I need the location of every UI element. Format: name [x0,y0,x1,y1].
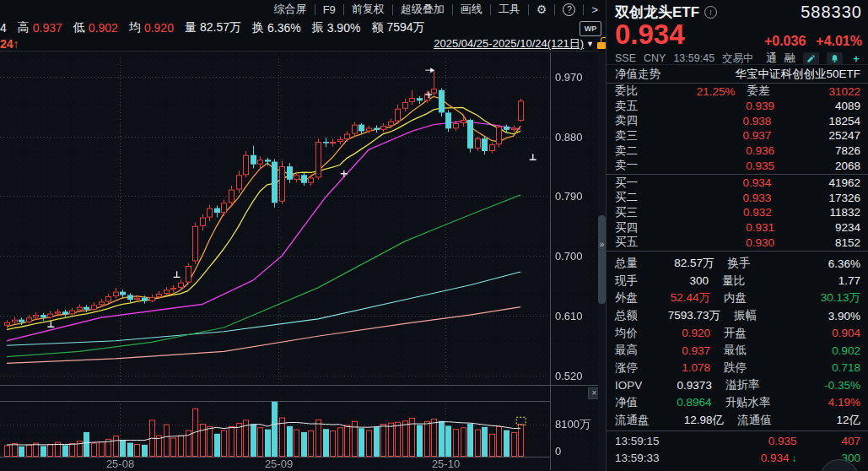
ask-row-5[interactable]: 卖五0.9394089 [615,99,860,114]
toolbar: 综合屏F9前复权超级叠加画线工具⚙?> [0,0,606,19]
tick-volume: 407 [841,435,860,447]
stat-row: 净值0.8964升贴水率4.19% [615,394,860,412]
gear-icon[interactable]: ⚙ [529,3,555,16]
book-level-label: 买一 [615,176,638,191]
price-change: +0.036 [764,34,806,49]
stat-value: 52.44万 [671,290,710,306]
info-field-value: 7594万 [386,20,424,35]
stat-value: 82.57万 [674,256,714,271]
stat-row: IOPV0.9373溢折率-0.35% [615,376,860,394]
expand-panel-icon[interactable]: » [598,240,606,249]
book-level-label: 买三 [615,205,638,220]
stat-value: 0.718 [832,361,860,374]
menu-item-6[interactable]: 工具 [491,2,528,17]
last-price: 0.934 [615,20,685,49]
menu-item-1[interactable]: 综合屏 [267,2,315,17]
stat-value: 1.078 [682,361,710,374]
splitter-thumb[interactable] [598,215,606,304]
stat-value: 1.77 [838,274,860,287]
tick-price: 0.934↓ [704,452,797,464]
ask-row-2[interactable]: 卖二0.9367826 [615,143,860,159]
toolbar-menu: 综合屏F9前复权超级叠加画线工具⚙?> [267,2,606,17]
ask-row-1[interactable]: 卖一0.9352068 [615,158,860,173]
ask-row-3[interactable]: 卖三0.93725247 [615,128,860,143]
unlock-icon[interactable] [597,42,606,49]
price-change-pct: +4.01% [816,34,862,49]
book-price: 0.934 [695,176,771,189]
bid-row-4[interactable]: 买四0.9319234 [615,220,860,236]
stat-label: IOPV [615,379,642,392]
book-divider [607,174,868,175]
info-field-4: 量82.57万 [185,20,241,35]
partial-price-text: 24↑ [0,37,19,51]
stat-label: 净值 [615,395,638,410]
tick-time: 13:59:33 [615,452,660,464]
stat-label: 振幅 [734,308,798,323]
help-icon[interactable]: ? [563,3,575,16]
stat-value: 4.19% [828,396,860,409]
info-field-value: 3.90% [327,21,361,35]
stat-label: 总量 [615,256,638,271]
risk-info-icon[interactable]: ! [704,6,717,19]
bid-row-2[interactable]: 买二0.93317326 [615,191,860,206]
nav-value-trend-row[interactable]: 净值走势 华宝中证科创创业50ETF [607,64,868,84]
menu-item-2[interactable]: F9 [315,3,343,16]
wp-monitor-icon[interactable]: WP [580,21,601,36]
chevron-right-icon[interactable]: > [584,3,606,16]
stat-label: 最低 [724,343,788,358]
info-field-1: 高0.937 [18,20,62,35]
stat-label: 量比 [722,273,786,289]
weibi-row: 委比 21.25% 委差 31022 [607,84,868,99]
stat-value: -0.35% [824,379,860,392]
range-bar: 24↑ 2025/04/25-2025/10/24(121日) ▼ [0,37,606,51]
add-to-watchlist-icon[interactable]: + [850,52,862,65]
weibi-value: 21.25% [697,85,736,98]
book-level-label: 买四 [615,220,638,236]
tick-price: 0.935 [704,435,797,447]
stat-label: 换手 [728,256,792,271]
info-field-3: 均0.920 [129,20,174,35]
menu-item-3[interactable]: 前复权 [344,2,392,17]
book-price: 0.935 [698,160,774,172]
stat-label: 内盘 [724,290,788,306]
edit-pencil-icon[interactable] [803,52,819,65]
stat-value: 0.920 [682,327,710,339]
bid-row-3[interactable]: 买三0.93211832 [615,205,860,220]
date-range-link[interactable]: 2025/04/25-2025/10/24(121日) [434,36,584,51]
bid-row-5[interactable]: 买五0.9308152 [615,235,860,250]
chevron-down-icon[interactable]: ▼ [586,40,594,48]
stat-label: 流通盘 [615,413,650,428]
book-volume: 25247 [828,129,860,142]
stats-grid: 总量82.57万换手6.36%现手300量比1.77外盘52.44万内盘30.1… [607,252,868,429]
stats-divider [607,251,868,252]
stat-row: 外盘52.44万内盘30.13万 [615,290,860,307]
stat-label: 均价 [615,326,638,341]
book-volume: 11832 [829,206,860,219]
currency-label: CNY [644,52,666,64]
partial-value-text: 4 [0,21,7,35]
info-field-value: 0.920 [144,21,174,35]
book-volume: 2068 [835,160,860,172]
ask-row-4[interactable]: 卖四0.93818254 [615,114,860,129]
book-price: 0.936 [698,144,774,157]
alert-bell-icon[interactable] [827,52,843,65]
info-field-value: 82.57万 [200,20,241,35]
stat-value: 0.902 [832,344,860,357]
book-price: 0.933 [695,192,771,204]
bid-book: 买一0.93441962买二0.93317326买三0.93211832买四0.… [607,176,868,250]
book-level-label: 卖二 [615,143,638,159]
menu-item-4[interactable]: 超级叠加 [393,2,452,17]
info-field-label: 换 [252,20,264,35]
stat-row: 最高0.937最低0.902 [615,342,860,360]
kline-chart-canvas[interactable] [0,51,598,471]
quote-header: 双创龙头ETF ! 588330 0.934 +0.036 +4.01% SSE… [607,0,868,64]
info-field-7: 额7594万 [371,20,424,35]
info-field-value: 0.902 [89,21,118,35]
stat-value: 12亿 [836,413,860,428]
menu-item-5[interactable]: 画线 [453,2,490,17]
ask-book: 卖五0.9394089卖四0.93818254卖三0.93725247卖二0.9… [607,99,868,173]
kline-chart-area: × [0,51,598,471]
stat-label: 总额 [615,308,638,323]
stat-value: 30.13万 [821,290,860,306]
bid-row-1[interactable]: 买一0.93441962 [615,176,860,191]
